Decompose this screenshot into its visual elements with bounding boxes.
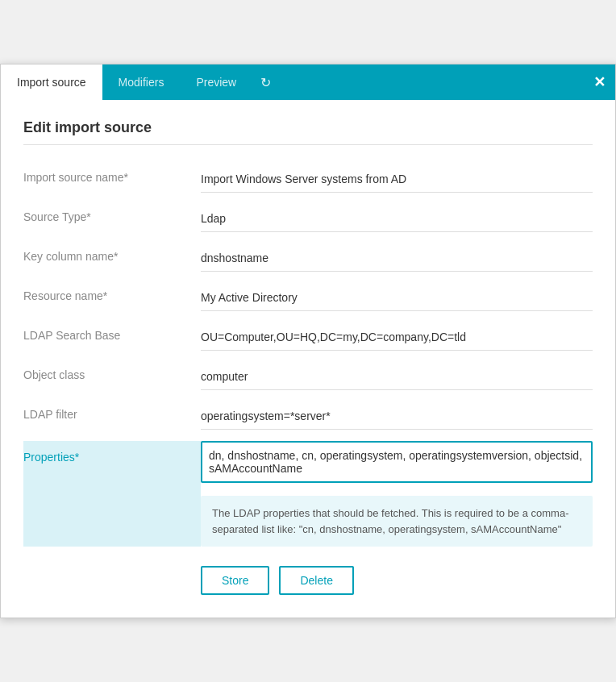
field-label-3: Resource name* [23, 289, 107, 302]
tab-import-source[interactable]: Import source [1, 64, 102, 100]
properties-textarea[interactable] [201, 441, 593, 483]
field-row-4: LDAP Search Base OU=Computer,OU=HQ,DC=my… [23, 319, 593, 359]
refresh-button[interactable]: ↻ [252, 64, 279, 100]
close-button[interactable]: ✕ [593, 75, 606, 89]
field-value-3: My Active Directory [201, 288, 593, 311]
field-row-0: Import source name* Import Windows Serve… [23, 161, 593, 201]
store-button[interactable]: Store [201, 566, 269, 595]
field-row-1: Source Type* Ldap [23, 201, 593, 240]
field-value-4: OU=Computer,OU=HQ,DC=my,DC=company,DC=tl… [201, 327, 593, 351]
tab-preview[interactable]: Preview [180, 64, 252, 100]
button-row: Store Delete [23, 566, 593, 595]
field-value-1: Ldap [201, 209, 593, 232]
field-label-1: Source Type* [23, 210, 91, 223]
tab-bar: Import source Modifiers Preview ↻ ✕ [1, 64, 615, 100]
tab-modifiers-label: Modifiers [119, 76, 164, 89]
field-label-0: Import source name* [23, 171, 128, 184]
field-value-2: dnshostname [201, 248, 593, 272]
delete-button[interactable]: Delete [279, 566, 353, 595]
content-area: Edit import source Import source name* I… [1, 100, 615, 618]
tab-preview-label: Preview [196, 76, 236, 89]
form-table: Import source name* Import Windows Serve… [23, 161, 593, 438]
field-value-0: Import Windows Server systems from AD [201, 169, 593, 193]
field-label-4: LDAP Search Base [23, 329, 120, 342]
field-row-2: Key column name* dnshostname [23, 240, 593, 280]
refresh-icon: ↻ [260, 75, 271, 90]
field-value-5: computer [201, 367, 593, 390]
field-row-5: Object class computer [23, 359, 593, 398]
close-icon: ✕ [593, 74, 606, 90]
main-window: Import source Modifiers Preview ↻ ✕ Edit… [0, 64, 616, 618]
properties-section: Properties* The LDAP properties that sho… [23, 441, 593, 547]
tab-import-source-label: Import source [17, 76, 86, 89]
field-value-6: operatingsystem=*server* [201, 406, 593, 430]
field-row-6: LDAP filter operatingsystem=*server* [23, 398, 593, 438]
page-title: Edit import source [23, 119, 593, 145]
field-label-2: Key column name* [23, 250, 119, 263]
hint-box: The LDAP properties that should be fetch… [201, 496, 593, 547]
hint-text: The LDAP properties that should be fetch… [212, 507, 568, 535]
properties-label: Properties* [23, 451, 79, 464]
tab-modifiers[interactable]: Modifiers [102, 64, 181, 100]
field-label-6: LDAP filter [23, 408, 77, 421]
field-row-3: Resource name* My Active Directory [23, 280, 593, 319]
field-label-5: Object class [23, 368, 85, 381]
